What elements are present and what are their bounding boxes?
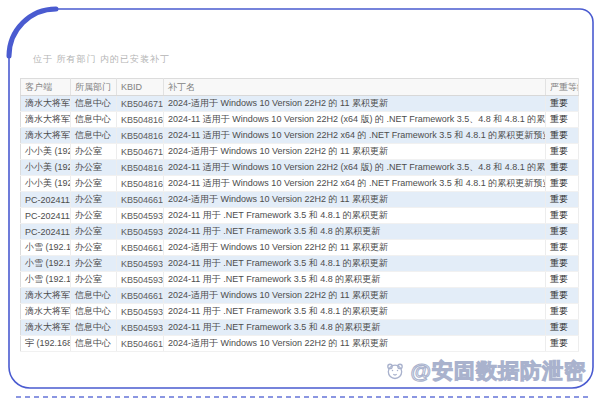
cell-severity: 重要 bbox=[546, 160, 579, 176]
cell-patch: 2024-适用于 Windows 10 Version 22H2 的 11 累积… bbox=[164, 144, 546, 160]
cell-severity: 重要 bbox=[546, 128, 579, 144]
table-row[interactable]: PC-202411131...办公室KB50459362024-11 用于 .N… bbox=[21, 224, 579, 240]
cell-kbid: KB5045933 bbox=[117, 304, 164, 320]
cell-kbid: KB5046714 bbox=[117, 144, 164, 160]
cell-patch: 2024-11 适用于 Windows 10 Version 22H2 (x64… bbox=[164, 112, 546, 128]
table-row[interactable]: 宇 (192.168.17...信息中心KB50466132024-适用于 Wi… bbox=[21, 336, 579, 352]
cell-client: 小小美 (192.16... bbox=[21, 160, 71, 176]
column-header-2[interactable]: KBID bbox=[117, 79, 164, 96]
cell-kbid: KB5046714 bbox=[117, 96, 164, 112]
column-header-1[interactable]: 所属部门 bbox=[71, 79, 117, 96]
cell-department: 信息中心 bbox=[71, 112, 117, 128]
table-row[interactable]: 小雪 (192.168.1...办公室KB50459362024-11 用于 .… bbox=[21, 272, 579, 288]
cell-kbid: KB5045936 bbox=[117, 272, 164, 288]
table-row[interactable]: 滴水大将军 (19...信息中心KB50466132024-适用于 Window… bbox=[21, 288, 579, 304]
cell-department: 信息中心 bbox=[71, 288, 117, 304]
watermark: @安固数据防泄密 bbox=[385, 357, 586, 385]
cell-severity: 重要 bbox=[546, 320, 579, 336]
table-header-row: 客户端所属部门KBID补丁名严重等级 bbox=[21, 79, 579, 96]
cell-client: 小雪 (192.168.1... bbox=[21, 272, 71, 288]
cell-client: 滴水大将军 (19... bbox=[21, 288, 71, 304]
table-row[interactable]: 滴水大将军 (19...信息中心KB50481602024-11 适用于 Win… bbox=[21, 112, 579, 128]
cell-kbid: KB5046613 bbox=[117, 336, 164, 352]
cell-kbid: KB5046613 bbox=[117, 240, 164, 256]
cell-client: PC-202411131... bbox=[21, 208, 71, 224]
cell-severity: 重要 bbox=[546, 256, 579, 272]
table-row[interactable]: 小小美 (192.16...办公室KB50467142024-适用于 Windo… bbox=[21, 144, 579, 160]
bear-icon bbox=[385, 361, 405, 381]
cell-severity: 重要 bbox=[546, 192, 579, 208]
cell-kbid: KB5045936 bbox=[117, 224, 164, 240]
cell-client: 滴水大将军 (19... bbox=[21, 112, 71, 128]
cell-department: 办公室 bbox=[71, 224, 117, 240]
cell-severity: 重要 bbox=[546, 224, 579, 240]
cell-department: 办公室 bbox=[71, 256, 117, 272]
table-row[interactable]: 滴水大将军 (19...信息中心KB50459332024-11 用于 .NET… bbox=[21, 304, 579, 320]
cell-severity: 重要 bbox=[546, 208, 579, 224]
cell-patch: 2024-11 适用于 Windows 10 Version 22H2 x64 … bbox=[164, 176, 546, 192]
cell-severity: 重要 bbox=[546, 112, 579, 128]
table-row[interactable]: 滴水大将军 (19...信息中心KB50467142024-适用于 Window… bbox=[21, 96, 579, 112]
cell-severity: 重要 bbox=[546, 240, 579, 256]
cell-client: 小雪 (192.168.1... bbox=[21, 240, 71, 256]
cell-client: PC-202411131... bbox=[21, 224, 71, 240]
cell-department: 办公室 bbox=[71, 160, 117, 176]
cell-kbid: KB5045933 bbox=[117, 256, 164, 272]
cell-patch: 2024-适用于 Windows 10 Version 22H2 的 11 累积… bbox=[164, 96, 546, 112]
cell-client: 滴水大将军 (19... bbox=[21, 320, 71, 336]
table-row[interactable]: 滴水大将军 (19...信息中心KB50481612024-11 适用于 Win… bbox=[21, 128, 579, 144]
cell-department: 办公室 bbox=[71, 272, 117, 288]
cell-severity: 重要 bbox=[546, 304, 579, 320]
cell-department: 信息中心 bbox=[71, 96, 117, 112]
cell-department: 办公室 bbox=[71, 176, 117, 192]
table-row[interactable]: 小小美 (192.16...办公室KB50481602024-11 适用于 Wi… bbox=[21, 160, 579, 176]
cell-patch: 2024-适用于 Windows 10 Version 22H2 的 11 累积… bbox=[164, 240, 546, 256]
table-row[interactable]: 小小美 (192.16...办公室KB50481612024-11 适用于 Wi… bbox=[21, 176, 579, 192]
cell-client: 小雪 (192.168.1... bbox=[21, 256, 71, 272]
cell-kbid: KB5048160 bbox=[117, 112, 164, 128]
cell-patch: 2024-11 用于 .NET Framework 3.5 和 4.8.1 的累… bbox=[164, 256, 546, 272]
column-header-4[interactable]: 严重等级 bbox=[546, 79, 579, 96]
table-row[interactable]: PC-202411131...办公室KB50459332024-11 用于 .N… bbox=[21, 208, 579, 224]
cell-department: 办公室 bbox=[71, 240, 117, 256]
table-row[interactable]: 小雪 (192.168.1...办公室KB50459332024-11 用于 .… bbox=[21, 256, 579, 272]
patch-table-body: 滴水大将军 (19...信息中心KB50467142024-适用于 Window… bbox=[21, 96, 579, 352]
cell-severity: 重要 bbox=[546, 176, 579, 192]
table-row[interactable]: PC-202411131...办公室KB50466132024-适用于 Wind… bbox=[21, 192, 579, 208]
cell-severity: 重要 bbox=[546, 272, 579, 288]
cell-client: 小小美 (192.16... bbox=[21, 144, 71, 160]
column-header-0[interactable]: 客户端 bbox=[21, 79, 71, 96]
cell-patch: 2024-适用于 Windows 10 Version 22H2 的 11 累积… bbox=[164, 336, 546, 352]
cell-department: 信息中心 bbox=[71, 304, 117, 320]
cell-kbid: KB5046613 bbox=[117, 192, 164, 208]
cell-kbid: KB5048160 bbox=[117, 160, 164, 176]
cell-patch: 2024-11 用于 .NET Framework 3.5 和 4.8 的累积更… bbox=[164, 272, 546, 288]
cell-client: 滴水大将军 (19... bbox=[21, 128, 71, 144]
column-header-3[interactable]: 补丁名 bbox=[164, 79, 546, 96]
cell-department: 信息中心 bbox=[71, 336, 117, 352]
cell-client: 宇 (192.168.17... bbox=[21, 336, 71, 352]
cell-patch: 2024-11 适用于 Windows 10 Version 22H2 (x64… bbox=[164, 160, 546, 176]
cell-department: 办公室 bbox=[71, 208, 117, 224]
cell-client: 小小美 (192.16... bbox=[21, 176, 71, 192]
cell-patch: 2024-适用于 Windows 10 Version 22H2 的 11 累积… bbox=[164, 288, 546, 304]
cell-severity: 重要 bbox=[546, 144, 579, 160]
cell-patch: 2024-11 用于 .NET Framework 3.5 和 4.8 的累积更… bbox=[164, 320, 546, 336]
table-row[interactable]: 滴水大将军 (19...信息中心KB50459362024-11 用于 .NET… bbox=[21, 320, 579, 336]
cell-kbid: KB5048161 bbox=[117, 176, 164, 192]
cell-kbid: KB5048161 bbox=[117, 128, 164, 144]
cell-department: 信息中心 bbox=[71, 128, 117, 144]
cell-kbid: KB5045936 bbox=[117, 320, 164, 336]
cell-severity: 重要 bbox=[546, 96, 579, 112]
cell-department: 信息中心 bbox=[71, 320, 117, 336]
cell-client: PC-202411131... bbox=[21, 192, 71, 208]
patch-table: 客户端所属部门KBID补丁名严重等级 滴水大将军 (19...信息中心KB504… bbox=[20, 78, 579, 352]
cell-patch: 2024-11 用于 .NET Framework 3.5 和 4.8.1 的累… bbox=[164, 208, 546, 224]
cell-department: 办公室 bbox=[71, 144, 117, 160]
cell-client: 滴水大将军 (19... bbox=[21, 304, 71, 320]
cell-client: 滴水大将军 (19... bbox=[21, 96, 71, 112]
cell-patch: 2024-11 用于 .NET Framework 3.5 和 4.8 的累积更… bbox=[164, 224, 546, 240]
cell-kbid: KB5046613 bbox=[117, 288, 164, 304]
table-row[interactable]: 小雪 (192.168.1...办公室KB50466132024-适用于 Win… bbox=[21, 240, 579, 256]
report-title: 位于 所有部门 内的已安装补丁 bbox=[33, 53, 170, 66]
